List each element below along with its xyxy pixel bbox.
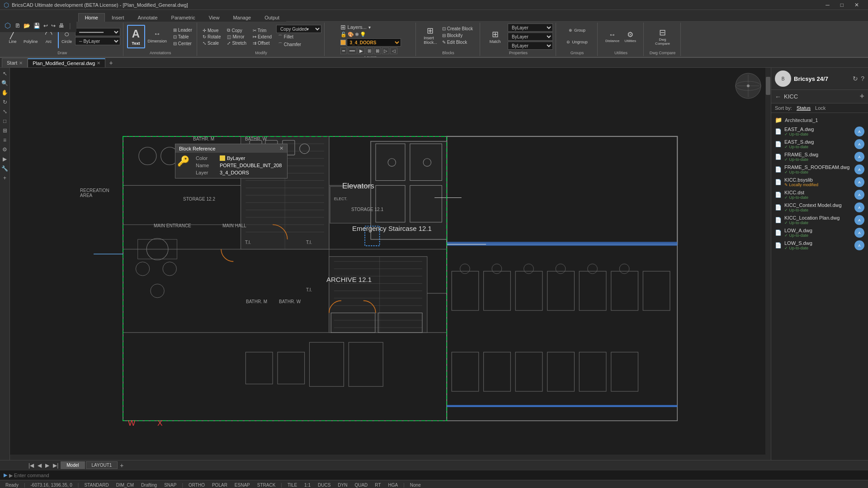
canvas-area[interactable]: ELECT. xyxy=(10,68,771,460)
utilities-button[interactable]: ⚙ Utilities xyxy=(622,25,638,48)
insert-block-button[interactable]: ⊞ InsertBlock... xyxy=(422,23,439,47)
tab-model[interactable]: Model xyxy=(61,461,85,469)
status-ducs[interactable]: DUCS xyxy=(316,483,332,488)
layer-freeze[interactable]: ❄ xyxy=(355,32,359,38)
panel-add-button[interactable]: + xyxy=(859,92,864,101)
lt-pan[interactable]: ✋ xyxy=(0,89,9,97)
qat-print[interactable]: 🖶 xyxy=(58,23,65,29)
layer-icon7[interactable]: ◁ xyxy=(390,47,397,54)
group-button[interactable]: ⊕ Group xyxy=(567,23,587,37)
tab-output[interactable]: Output xyxy=(258,13,286,22)
layer-icon2[interactable]: ━━ xyxy=(348,47,357,54)
status-dyn[interactable]: DYN xyxy=(336,483,349,488)
lt-extents[interactable]: ⤡ xyxy=(0,108,9,116)
modify-scale-button[interactable]: ⤡ Scale xyxy=(201,40,222,46)
layout-nav-next[interactable]: ▶ xyxy=(44,462,51,469)
text-button[interactable]: A Text xyxy=(127,25,145,48)
tab-insert[interactable]: Insert xyxy=(105,13,131,22)
layer-color[interactable]: 🎨 xyxy=(348,32,354,38)
file-item-kicc-location[interactable]: 📄 KICC_Location Plan.dwg ✓ Up-to-date A xyxy=(771,214,868,226)
file-item-east-a[interactable]: 📄 EAST_A.dwg ✓ Up-to-date A xyxy=(771,125,868,138)
modify-stretch-button[interactable]: ⤢ Stretch xyxy=(225,40,248,46)
color-dropdown[interactable]: ByLayer xyxy=(508,23,553,32)
file-item-low-a[interactable]: 📄 LOW_A.dwg ✓ Up-to-date A xyxy=(771,226,868,239)
dwg-compare-button[interactable]: ⊟ DwgCompare xyxy=(653,25,672,48)
layer-select[interactable]: 3_4_DOORS xyxy=(347,38,401,47)
new-tab-button[interactable]: + xyxy=(105,58,116,67)
layer-lock[interactable]: 🔓 xyxy=(340,32,347,38)
qat-redo[interactable]: ↪ xyxy=(50,23,57,29)
lt-cmd[interactable]: ▶ xyxy=(0,155,9,163)
layout-nav-start[interactable]: |◀ xyxy=(27,462,35,469)
add-layout-button[interactable]: + xyxy=(118,462,125,469)
status-quad[interactable]: QUAD xyxy=(353,483,369,488)
tab-start-close[interactable]: ✕ xyxy=(19,61,23,66)
file-item-frame-roofbeam[interactable]: 📄 FRAME_S_ROOFBEAM.dwg ✓ Up-to-date A xyxy=(771,163,868,176)
status-hga[interactable]: HGA xyxy=(387,483,400,488)
match-button[interactable]: ⊞ Match xyxy=(484,25,506,48)
lt-nav[interactable]: ⊞ xyxy=(0,127,9,135)
modify-move-button[interactable]: ✛ Move xyxy=(201,28,222,33)
status-none[interactable]: None xyxy=(408,483,423,488)
maximize-button[interactable]: □ xyxy=(835,0,849,10)
qat-undo[interactable]: ↩ xyxy=(42,23,49,29)
status-tile[interactable]: TILE xyxy=(286,483,299,488)
lt-layers2[interactable]: ≡ xyxy=(0,136,9,144)
status-esnap[interactable]: ESNAP xyxy=(233,483,252,488)
linetype-prop-dropdown[interactable]: ByLayer xyxy=(508,33,553,41)
status-standard[interactable]: STANDARD xyxy=(82,483,110,488)
annotation-btn1[interactable]: ⊞ Leader xyxy=(171,27,194,33)
scrollbar-thumb[interactable] xyxy=(766,77,770,95)
modify-extend[interactable]: ↦ Extend xyxy=(251,34,274,40)
file-item-kicc-context[interactable]: 📄 KICC_Context Model.dwg ✓ Up-to-date A xyxy=(771,201,868,214)
distance-button[interactable]: ↔ Distance xyxy=(604,25,621,48)
layer-icon3[interactable]: ▶ xyxy=(358,47,365,54)
lt-select[interactable]: ↖ xyxy=(0,70,9,78)
tab-home[interactable]: Home xyxy=(78,13,105,22)
lt-orbit[interactable]: ↻ xyxy=(0,98,9,106)
horizontal-scrollbar[interactable] xyxy=(10,455,765,460)
tab-manage[interactable]: Manage xyxy=(226,13,258,22)
tab-plan-close[interactable]: ✕ xyxy=(97,61,100,66)
file-item-kicc-dst[interactable]: 📄 KICC.dst ✓ Up-to-date A xyxy=(771,188,868,201)
create-block-button[interactable]: ⊡ Create Block xyxy=(440,26,475,32)
annotation-btn2[interactable]: ⊡ Table xyxy=(171,34,194,40)
qat-open[interactable]: 📂 xyxy=(23,23,31,29)
status-scale[interactable]: 1:1 xyxy=(302,483,312,488)
layer-icon5[interactable]: ⊠ xyxy=(374,47,381,54)
file-item-low-s[interactable]: 📄 LOW_S.dwg ✓ Up-to-date A xyxy=(771,239,868,252)
blockify-button[interactable]: ⊟ Blockify xyxy=(440,33,475,38)
lineweight-prop-dropdown[interactable]: ByLayer xyxy=(508,42,553,50)
modify-copy-button[interactable]: ⧉ Copy xyxy=(225,27,248,33)
vertical-scrollbar[interactable] xyxy=(765,68,771,460)
lt-window[interactable]: □ xyxy=(0,117,9,125)
close-button[interactable]: ✕ xyxy=(849,0,864,10)
status-ortho[interactable]: ORTHO xyxy=(187,483,207,488)
lt-plus[interactable]: + xyxy=(0,174,9,182)
lt-props[interactable]: ⚙ xyxy=(0,145,9,154)
ungroup-button[interactable]: ⊖ Ungroup xyxy=(565,38,590,46)
file-item-kicc-bsyslib[interactable]: 📄 KICC.bsyslib ✎ Locally modified A xyxy=(771,176,868,188)
tab-start[interactable]: Start ✕ xyxy=(2,58,28,67)
status-strack[interactable]: STRACK xyxy=(255,483,278,488)
status-polar[interactable]: POLAR xyxy=(210,483,229,488)
qat-new[interactable]: 🖹 xyxy=(14,23,21,29)
layer-icon1[interactable]: ━ xyxy=(340,47,347,54)
panel-back-button[interactable]: ← xyxy=(775,93,781,100)
layout-nav-prev[interactable]: ◀ xyxy=(36,462,43,469)
linetype-dropdown[interactable]: ━━━━━━━━━ xyxy=(75,28,120,36)
lt-zoom[interactable]: 🔍 xyxy=(0,79,9,87)
modify-offset[interactable]: ⇉ Offset xyxy=(251,40,274,46)
layer-icon4[interactable]: ⊞ xyxy=(366,47,373,54)
status-rt[interactable]: RT xyxy=(373,483,382,488)
sort-status-option[interactable]: Status xyxy=(797,105,811,111)
minimize-button[interactable]: ─ xyxy=(820,0,835,10)
dimension-button[interactable]: ↔ Dimension xyxy=(146,25,169,48)
copy-guided-dropdown[interactable]: Copy Guided▾ xyxy=(276,25,321,33)
sort-lock-option[interactable]: Lock xyxy=(815,105,826,111)
tab-view[interactable]: View xyxy=(202,13,226,22)
tab-plan-modified[interactable]: Plan_Modified_General.dwg ✕ xyxy=(28,58,105,67)
tab-parametric[interactable]: Parametric xyxy=(165,13,202,22)
lt-mech[interactable]: 🔧 xyxy=(0,164,9,173)
folder-architectural[interactable]: 📁 Architectural_1 xyxy=(771,115,868,125)
